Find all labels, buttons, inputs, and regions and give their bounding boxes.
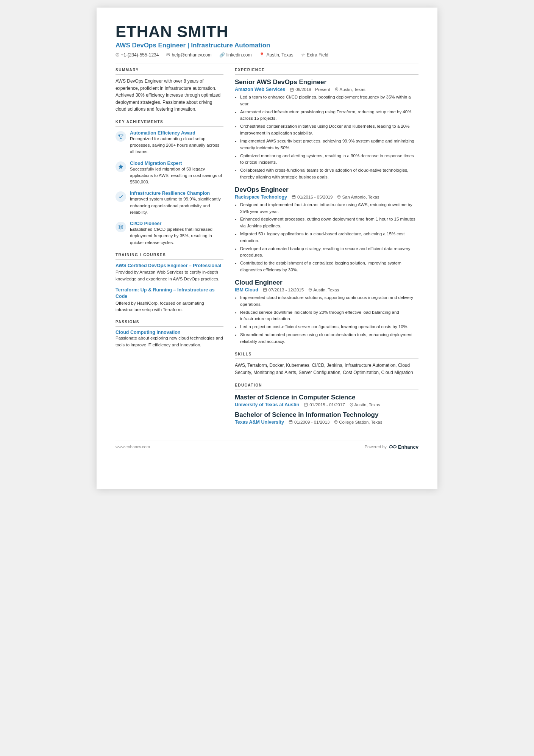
star-icon [118,164,123,169]
calendar-icon [263,288,267,292]
email-icon: ✉ [166,52,170,58]
edu-school: University of Texas at Austin [235,402,299,407]
achievement-title: CI/CD Pioneer [130,221,223,226]
svg-point-25 [336,421,337,423]
training-divider [116,259,223,260]
calendar-icon [304,402,308,407]
job-company: IBM Cloud [235,287,258,293]
passions-divider [116,326,223,327]
candidate-title: AWS DevOps Engineer | Infrastructure Aut… [116,42,418,49]
bullet-item: Optimized monitoring and alerting system… [240,153,418,166]
calendar-icon [289,420,293,424]
star-icon-contact: ☆ [301,52,305,58]
achievement-desc: Improved system uptime to 99.9%, signifi… [130,196,223,216]
summary-text: AWS DevOps Engineer with over 8 years of… [116,78,223,113]
training-title: Terraform: Up & Running – Infrastructure… [116,287,223,300]
edu-degree: Master of Science in Computer Science [235,394,418,401]
edu-location: College Station, Texas [334,420,382,424]
achievement-title: Infrastructure Resilience Champion [130,191,223,196]
job-section: Senior AWS DevOps Engineer Amazon Web Se… [235,78,418,181]
bullet-item: Automated cloud infrastructure provision… [240,109,418,122]
contact-location: 📍 Austin, Texas [259,52,293,58]
job-dates: 06/2019 - Present [290,87,330,92]
achievement-desc: Established CI/CD pipelines that increas… [130,226,223,246]
job-title: Cloud Engineer [235,279,418,286]
job-bullets: Designed and implemented fault-tolerant … [235,202,418,274]
bullet-item: Collaborated with cross-functional teams… [240,167,418,181]
calendar-icon [292,195,296,199]
bullet-item: Led a team to enhance CI/CD pipelines, b… [240,94,418,108]
contact-linkedin: 🔗 linkedin.com [219,52,252,58]
training-item: AWS Certified DevOps Engineer – Professi… [116,263,223,282]
edu-dates: 01/2009 - 01/2013 [289,420,329,424]
achievement-title: Cloud Migration Expert [130,161,223,166]
location-icon [334,420,338,424]
achievement-content: Automation Efficiency Award Recognized f… [130,130,223,155]
summary-label: SUMMARY [116,68,223,72]
edu-location: Austin, Texas [350,402,380,407]
edu-school: Texas A&M University [235,419,284,425]
link-icon: 🔗 [219,52,225,58]
star-icon-wrap [116,161,126,172]
achievement-title: Automation Efficiency Award [130,130,223,136]
bullet-item: Reduced service downtime indicators by 2… [240,309,418,323]
edu-meta: University of Texas at Austin 01/2015 - … [235,402,418,407]
edu-meta: Texas A&M University 01/2009 - 01/2013 C… [235,419,418,425]
achievements-label: KEY ACHIEVEMENTS [116,120,223,124]
job-dates: 01/2016 - 05/2019 [292,195,333,199]
cicd-icon [118,224,123,230]
experience-divider [235,74,418,75]
bullet-item: Enhanced deployment processes, cutting d… [240,216,418,230]
svg-point-10 [339,196,340,197]
footer-powered: Powered by Enhancv [365,444,418,450]
achievement-content: Cloud Migration Expert Successfully led … [130,161,223,186]
svg-rect-16 [304,403,308,406]
trophy-icon-wrap [116,131,126,142]
resume-page: ETHAN SMITH AWS DevOps Engineer | Infras… [97,8,437,489]
education-item: Master of Science in Computer Science Un… [235,394,418,407]
left-column: SUMMARY AWS DevOps Engineer with over 8 … [116,68,223,429]
phone-icon: ✆ [116,52,119,58]
bullet-item: Migrated 50+ legacy applications to a cl… [240,231,418,244]
training-label: TRAINING / COURSES [116,253,223,257]
summary-divider [116,74,223,75]
location-icon [335,88,339,91]
edu-degree: Bachelor of Science in Information Techn… [235,411,418,419]
svg-rect-21 [289,421,292,424]
cicd-icon-wrap [116,222,126,232]
bullet-item: Developed an automated backup strategy, … [240,246,418,259]
enhancv-logo-icon [389,444,397,449]
job-location: San Antonio, Texas [337,195,379,199]
job-bullets: Led a team to enhance CI/CD pipelines, b… [235,94,418,181]
education-item: Bachelor of Science in Information Techn… [235,411,418,425]
bullet-item: Implemented cloud infrastructure solutio… [240,294,418,308]
svg-point-15 [310,289,311,290]
check-icon-wrap [116,191,126,202]
contact-bar: ✆ +1-(234)-555-1234 ✉ help@enhancv.com 🔗… [116,52,418,58]
right-column: EXPERIENCE Senior AWS DevOps Engineer Am… [235,68,418,429]
education-label: EDUCATION [235,383,418,387]
job-location: Austin, Texas [308,288,339,292]
training-item: Terraform: Up & Running – Infrastructure… [116,287,223,313]
location-icon [337,195,341,199]
bullet-item: Contributed to the establishment of a ce… [240,260,418,274]
svg-marker-0 [119,164,123,169]
job-meta: Amazon Web Services 06/2019 - Present Au… [235,87,418,92]
job-dates: 07/2013 - 12/2015 [263,288,304,292]
job-bullets: Implemented cloud infrastructure solutio… [235,294,418,345]
job-location: Austin, Texas [335,87,365,92]
skills-divider [235,358,418,359]
training-title: AWS Certified DevOps Engineer – Professi… [116,263,223,269]
experience-label: EXPERIENCE [235,68,418,72]
achievement-item: Automation Efficiency Award Recognized f… [116,130,223,155]
svg-rect-6 [292,196,295,199]
education-divider [235,390,418,390]
training-desc: Provided by Amazon Web Services to certi… [116,269,223,282]
svg-point-5 [336,89,337,90]
training-desc: Offered by HashiCorp, focused on automat… [116,300,223,313]
svg-point-20 [351,404,352,405]
main-content: SUMMARY AWS DevOps Engineer with over 8 … [116,68,418,429]
check-icon [118,194,123,199]
contact-phone: ✆ +1-(234)-555-1234 [116,52,159,58]
candidate-name: ETHAN SMITH [116,23,418,41]
